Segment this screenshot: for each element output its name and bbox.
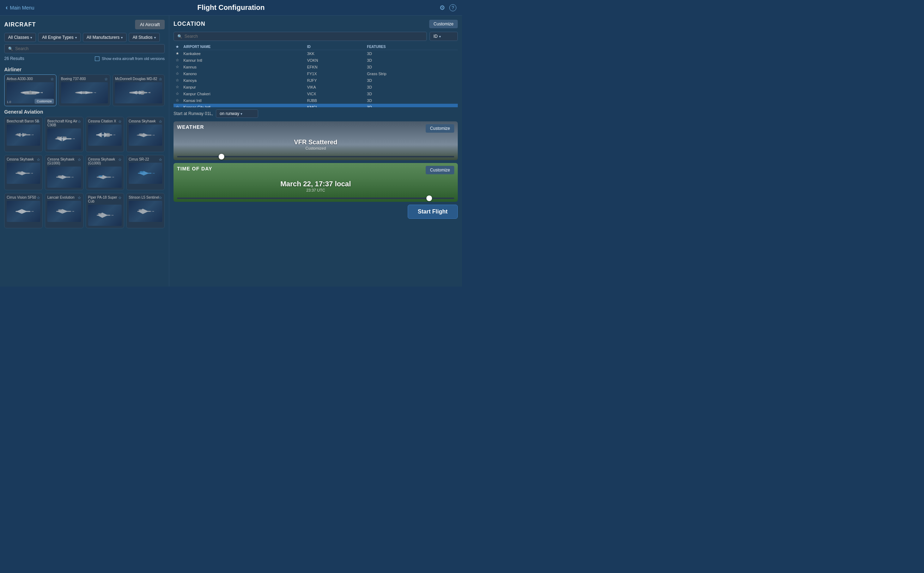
- favorite-icon[interactable]: ☆: [118, 119, 122, 124]
- star-cell[interactable]: ☆: [173, 84, 181, 90]
- airport-features-cell: 3D: [365, 90, 458, 97]
- tod-customize-button[interactable]: Customize: [426, 166, 454, 174]
- star-cell[interactable]: ☆: [173, 77, 181, 84]
- airport-name-cell: Kannus: [181, 64, 305, 70]
- help-icon[interactable]: ?: [449, 4, 456, 11]
- svg-marker-77: [102, 213, 108, 218]
- aircraft-card-skyhawk-g1000-2[interactable]: Cessna Skyhawk (G1000) ☆: [86, 155, 124, 190]
- airport-table-row[interactable]: ★ Kankakee 3KK 3D: [173, 50, 458, 57]
- favorite-icon[interactable]: ☆: [37, 119, 40, 124]
- svg-marker-63: [144, 171, 149, 175]
- aircraft-panel-header: AIRCRAFT AI Aircraft: [4, 20, 165, 29]
- svg-point-14: [130, 91, 147, 94]
- airport-table-row[interactable]: ☆ Kanoya RJFY 3D: [173, 77, 458, 84]
- aircraft-card-piper-pa18[interactable]: Piper PA-18 Super Cub ☆: [86, 193, 124, 228]
- airport-table-row[interactable]: ☆ Kannur Intl VOKN 3D: [173, 57, 458, 64]
- tod-time: March 22, 17:37 local: [177, 180, 454, 188]
- tod-slider-thumb[interactable]: [426, 196, 432, 201]
- show-old-versions[interactable]: Show extra aircraft from old versions: [95, 56, 165, 61]
- favorite-icon[interactable]: ☆: [118, 196, 122, 200]
- aircraft-card-skyhawk-g1000-1[interactable]: Cessna Skyhawk (G1000) ☆: [45, 155, 83, 190]
- star-cell[interactable]: ☆: [173, 97, 181, 104]
- favorite-icon[interactable]: ☆: [37, 157, 40, 162]
- airport-table-row[interactable]: ☆ Kansas City Intl KMCI 3D: [173, 104, 458, 107]
- aircraft-card-skyhawk-2[interactable]: Cessna Skyhawk ☆: [4, 155, 43, 190]
- airport-table-row[interactable]: ☆ Kanpur Chakeri VICX 3D: [173, 90, 458, 97]
- manufacturers-dropdown[interactable]: All Manufacturers: [83, 33, 126, 42]
- back-label: Main Menu: [10, 5, 34, 11]
- airport-table-row[interactable]: ☆ Kanono FY1X Grass Strip: [173, 70, 458, 77]
- star-cell[interactable]: ☆: [173, 90, 181, 97]
- show-old-checkbox[interactable]: [95, 56, 100, 61]
- airport-id-cell: EFKN: [305, 64, 365, 70]
- back-button[interactable]: ‹ Main Menu: [6, 4, 34, 11]
- star-cell[interactable]: ☆: [173, 104, 181, 107]
- favorite-icon[interactable]: ☆: [159, 119, 162, 124]
- chevron-down-icon: [154, 35, 156, 40]
- card-image: [88, 166, 122, 188]
- card-title: Cessna Skyhawk: [7, 157, 40, 161]
- favorite-icon[interactable]: ☆: [78, 196, 81, 200]
- svg-point-59: [98, 175, 103, 177]
- id-sort-dropdown[interactable]: ID: [429, 32, 458, 41]
- location-search-input[interactable]: [184, 34, 423, 39]
- airport-table-row[interactable]: ☆ Kansai Intl RJBB 3D: [173, 97, 458, 104]
- svg-marker-22: [22, 133, 27, 136]
- card-image: [47, 166, 81, 188]
- star-cell[interactable]: ★: [173, 50, 181, 57]
- location-search-box[interactable]: 🔍: [173, 32, 427, 41]
- aircraft-card-kingair[interactable]: Beechcraft King Air C90B: [45, 117, 83, 152]
- airport-table-row[interactable]: ☆ Kanpur VIKA 3D: [173, 84, 458, 90]
- svg-point-17: [140, 91, 144, 92]
- card-image: [129, 201, 162, 222]
- aircraft-card-cirrus-sf50[interactable]: Cirrus Vision SF50 ☆: [4, 193, 43, 228]
- aircraft-card-cirrus-sr22[interactable]: Cirrus SR-22 ☆: [126, 155, 165, 190]
- runway-row: Start at Runway 01L, on runway: [173, 110, 458, 118]
- ai-aircraft-button[interactable]: AI Aircraft: [135, 20, 165, 29]
- favorite-icon[interactable]: ☆: [78, 157, 81, 162]
- aircraft-card-baron58[interactable]: Beechcraft Baron 58: [4, 117, 43, 152]
- favorite-icon[interactable]: ☆: [159, 77, 162, 81]
- aircraft-card-skyhawk-1[interactable]: Cessna Skyhawk: [126, 117, 165, 152]
- airport-name-header: AIRPORT NAME: [181, 44, 305, 50]
- settings-icon[interactable]: ⚙: [439, 4, 445, 12]
- svg-marker-15: [133, 91, 137, 95]
- favorite-icon[interactable]: ☆: [159, 157, 162, 162]
- aircraft-search-input[interactable]: [15, 46, 161, 51]
- start-flight-button[interactable]: Start Flight: [408, 205, 458, 219]
- favorite-icon[interactable]: ☆: [105, 77, 108, 81]
- classes-dropdown[interactable]: All Classes: [4, 33, 36, 42]
- star-cell[interactable]: ☆: [173, 64, 181, 70]
- airport-features-cell: Grass Strip: [365, 70, 458, 77]
- runway-position-dropdown[interactable]: on runway: [216, 110, 258, 118]
- favorite-icon[interactable]: ☆: [118, 157, 122, 162]
- favorite-icon[interactable]: ☆: [50, 77, 54, 81]
- aircraft-card-lancair[interactable]: Lancair Evolution ☆: [45, 193, 83, 228]
- location-customize-button[interactable]: Customize: [429, 20, 458, 28]
- weather-slider[interactable]: [177, 156, 454, 157]
- plane-illustration: [133, 128, 158, 142]
- engine-types-dropdown[interactable]: All Engine Types: [38, 33, 80, 42]
- customize-button[interactable]: Customize: [34, 99, 54, 104]
- aircraft-card-airbus-a330[interactable]: Airbus A330-300: [4, 74, 56, 106]
- airport-id-cell: VOKN: [305, 57, 365, 64]
- aircraft-card-md82[interactable]: McDonnell Douglas MD-82: [112, 74, 165, 106]
- weather-customize-button[interactable]: Customize: [426, 124, 454, 133]
- airport-table-row[interactable]: ☆ Kannus EFKN 3D: [173, 64, 458, 70]
- star-cell[interactable]: ☆: [173, 57, 181, 64]
- aircraft-search-box[interactable]: 🔍: [4, 44, 165, 53]
- studios-dropdown[interactable]: All Studios: [129, 33, 160, 42]
- favorite-icon[interactable]: ☆: [37, 196, 40, 200]
- favorite-icon[interactable]: ☆: [78, 119, 81, 124]
- tod-slider[interactable]: [177, 197, 454, 199]
- favorite-icon[interactable]: ☆: [159, 196, 162, 200]
- card-image: [129, 125, 162, 146]
- card-title: McDonnell Douglas MD-82: [115, 77, 162, 81]
- aircraft-card-stinson[interactable]: Stinson L5 Sentinel ☆: [126, 193, 165, 228]
- svg-marker-60: [111, 177, 114, 177]
- weather-slider-thumb[interactable]: [219, 154, 224, 160]
- aircraft-card-boeing-737[interactable]: Boeing 737-800: [59, 74, 111, 106]
- airport-name-cell: Kanoya: [181, 77, 305, 84]
- aircraft-card-citation-x[interactable]: Cessna Citation X: [86, 117, 124, 152]
- star-cell[interactable]: ☆: [173, 70, 181, 77]
